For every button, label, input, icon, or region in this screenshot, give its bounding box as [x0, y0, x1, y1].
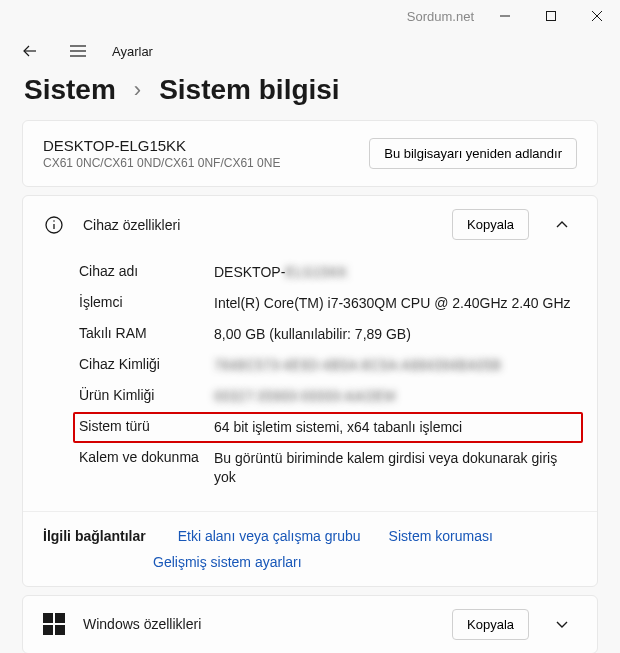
spec-row-product-id: Ürün Kimliği 00327-35900-00000-AAOEM	[79, 381, 577, 412]
hamburger-button[interactable]	[64, 37, 92, 65]
expand-windows-features-button[interactable]	[547, 609, 577, 639]
svg-rect-1	[547, 12, 556, 21]
spec-label: Ürün Kimliği	[79, 387, 214, 406]
spec-value: 00327-35900-00000-AAOEM	[214, 387, 577, 406]
spec-value: 64 bit işletim sistemi, x64 tabanlı işle…	[214, 418, 577, 437]
spec-label: Kalem ve dokunma	[79, 449, 214, 487]
spec-row-device-name: Cihaz adı DESKTOP-ELG15KK	[79, 257, 577, 288]
link-domain-workgroup[interactable]: Etki alanı veya çalışma grubu	[178, 528, 361, 544]
svg-point-10	[53, 220, 55, 222]
spec-row-system-type: Sistem türü 64 bit işletim sistemi, x64 …	[73, 412, 583, 443]
brand-label: Sordum.net	[407, 9, 474, 24]
spec-value: 8,00 GB (kullanılabilir: 7,89 GB)	[214, 325, 577, 344]
spec-value: Intel(R) Core(TM) i7-3630QM CPU @ 2.40GH…	[214, 294, 577, 313]
spec-label: Sistem türü	[79, 418, 214, 437]
breadcrumb-separator-icon: ›	[134, 77, 141, 103]
page-title: Sistem bilgisi	[159, 74, 340, 106]
window-minimize-button[interactable]	[482, 0, 528, 32]
section-title-windows-features: Windows özellikleri	[83, 616, 434, 632]
device-properties-card: Cihaz özellikleri Kopyala Cihaz adı DESK…	[22, 195, 598, 586]
device-properties-body: Cihaz adı DESKTOP-ELG15KK İşlemci Intel(…	[23, 253, 597, 510]
spec-row-pen-touch: Kalem ve dokunma Bu görüntü biriminde ka…	[79, 443, 577, 493]
copy-windows-features-button[interactable]: Kopyala	[452, 609, 529, 640]
device-name: DESKTOP-ELG15KK	[43, 137, 280, 154]
related-links-label: İlgili bağlantılar	[43, 528, 146, 544]
breadcrumb: Sistem › Sistem bilgisi	[0, 70, 620, 120]
breadcrumb-root[interactable]: Sistem	[24, 74, 116, 106]
titlebar: Sordum.net	[0, 0, 620, 32]
back-button[interactable]	[16, 37, 44, 65]
windows-features-card: Windows özellikleri Kopyala	[22, 595, 598, 653]
spec-label: İşlemci	[79, 294, 214, 313]
spec-label: Cihaz Kimliği	[79, 356, 214, 375]
window-close-button[interactable]	[574, 0, 620, 32]
collapse-device-properties-button[interactable]	[547, 210, 577, 240]
link-system-protection[interactable]: Sistem koruması	[389, 528, 493, 544]
spec-row-device-id: Cihaz Kimliği 7648C573-4E9D-4B5A-8C5A-A8…	[79, 350, 577, 381]
spec-label: Cihaz adı	[79, 263, 214, 282]
spec-row-processor: İşlemci Intel(R) Core(TM) i7-3630QM CPU …	[79, 288, 577, 319]
related-links: İlgili bağlantılar Etki alanı veya çalış…	[23, 511, 597, 586]
app-name: Ayarlar	[112, 44, 153, 59]
spec-label: Takılı RAM	[79, 325, 214, 344]
spec-value: Bu görüntü biriminde kalem girdisi veya …	[214, 449, 577, 487]
spec-value: DESKTOP-ELG15KK	[214, 263, 577, 282]
section-title-device-properties: Cihaz özellikleri	[83, 217, 434, 233]
copy-device-properties-button[interactable]: Kopyala	[452, 209, 529, 240]
link-advanced-system-settings[interactable]: Gelişmiş sistem ayarları	[153, 554, 302, 570]
info-icon	[43, 214, 65, 236]
device-model: CX61 0NC/CX61 0ND/CX61 0NF/CX61 0NE	[43, 156, 280, 170]
window-maximize-button[interactable]	[528, 0, 574, 32]
windows-icon	[43, 613, 65, 635]
top-nav: Ayarlar	[0, 32, 620, 70]
spec-row-ram: Takılı RAM 8,00 GB (kullanılabilir: 7,89…	[79, 319, 577, 350]
spec-value: 7648C573-4E9D-4B5A-8C5A-A884394BA05B	[214, 356, 577, 375]
device-card: DESKTOP-ELG15KK CX61 0NC/CX61 0ND/CX61 0…	[22, 120, 598, 187]
rename-pc-button[interactable]: Bu bilgisayarı yeniden adlandır	[369, 138, 577, 169]
